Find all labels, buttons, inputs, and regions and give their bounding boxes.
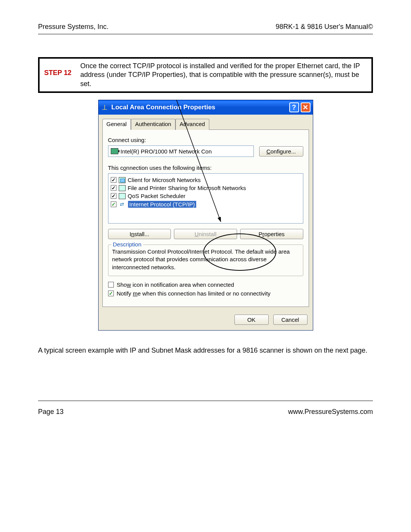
service-icon bbox=[119, 185, 126, 191]
items-label: This connection uses the following items… bbox=[108, 165, 303, 171]
step-box: STEP 12 Once the correct TCP/IP protocol… bbox=[38, 57, 373, 93]
adapter-field[interactable]: Intel(R) PRO/1000 MT Network Con bbox=[108, 145, 254, 157]
checkbox-icon[interactable] bbox=[111, 193, 116, 199]
list-item-label: QoS Packet Scheduler bbox=[128, 193, 186, 199]
show-icon-row[interactable]: Show icon in notification area when conn… bbox=[108, 281, 303, 288]
list-item-label: File and Printer Sharing for Microsoft N… bbox=[128, 185, 246, 191]
properties-button[interactable]: Properties bbox=[240, 229, 303, 239]
protocol-icon: ⇄ bbox=[119, 201, 126, 208]
install-button[interactable]: Install... bbox=[108, 229, 171, 239]
list-item[interactable]: File and Printer Sharing for Microsoft N… bbox=[110, 184, 301, 192]
tab-body-general: Connect using: Intel(R) PRO/1000 MT Netw… bbox=[102, 129, 309, 307]
client-icon bbox=[119, 177, 126, 183]
connection-properties-dialog: ⊥ Local Area Connection Properties ? ✕ G… bbox=[98, 100, 313, 331]
help-button[interactable]: ? bbox=[289, 102, 299, 112]
show-icon-label: Show icon in notification area when conn… bbox=[117, 281, 234, 288]
cancel-button[interactable]: Cancel bbox=[273, 315, 307, 325]
page-header: Pressure Systems, Inc. 98RK-1 & 9816 Use… bbox=[38, 23, 373, 34]
step-text: Once the correct TCP/IP protocol is inst… bbox=[80, 62, 367, 88]
tab-strip: General Authentication Advanced bbox=[99, 115, 313, 129]
list-item[interactable]: ⇄ Internet Protocol (TCP/IP) bbox=[110, 200, 301, 209]
list-item-label-selected: Internet Protocol (TCP/IP) bbox=[128, 201, 197, 208]
checkbox-icon[interactable] bbox=[108, 291, 114, 296]
header-right: 98RK-1 & 9816 User's Manual© bbox=[276, 23, 373, 31]
tab-authentication[interactable]: Authentication bbox=[131, 119, 175, 130]
notify-label: Notify me when this connection has limit… bbox=[117, 290, 271, 297]
description-legend: Description bbox=[112, 241, 143, 248]
description-fieldset: Description Transmission Control Protoco… bbox=[108, 244, 303, 276]
connect-using-label: Connect using: bbox=[108, 137, 303, 143]
nic-icon bbox=[111, 148, 118, 154]
footer-right: www.PressureSystems.com bbox=[288, 408, 373, 416]
service-icon bbox=[119, 193, 126, 199]
uninstall-button: Uninstall bbox=[174, 229, 237, 239]
list-item-label: Client for Microsoft Networks bbox=[128, 177, 201, 183]
list-item[interactable]: Client for Microsoft Networks bbox=[110, 176, 301, 184]
items-listbox[interactable]: Client for Microsoft Networks File and P… bbox=[108, 173, 303, 224]
dialog-footer: OK Cancel bbox=[99, 311, 313, 330]
checkbox-icon[interactable] bbox=[111, 185, 116, 191]
caption-text: A typical screen example with IP and Sub… bbox=[38, 346, 373, 355]
footer-left: Page 13 bbox=[38, 408, 64, 416]
checkbox-icon[interactable] bbox=[111, 201, 116, 207]
header-left: Pressure Systems, Inc. bbox=[38, 23, 108, 31]
page-footer: Page 13 www.PressureSystems.com bbox=[38, 401, 373, 416]
titlebar: ⊥ Local Area Connection Properties ? ✕ bbox=[99, 100, 313, 115]
tab-advanced[interactable]: Advanced bbox=[175, 119, 209, 130]
adapter-name: Intel(R) PRO/1000 MT Network Con bbox=[121, 148, 212, 155]
checkbox-icon[interactable] bbox=[111, 177, 116, 183]
checkbox-icon[interactable] bbox=[108, 282, 114, 288]
ok-button[interactable]: OK bbox=[234, 315, 269, 325]
connection-icon: ⊥ bbox=[101, 104, 108, 111]
notify-row[interactable]: Notify me when this connection has limit… bbox=[108, 290, 303, 297]
configure-button[interactable]: Configure... bbox=[259, 146, 303, 157]
description-text: Transmission Control Protocol/Internet P… bbox=[112, 248, 299, 271]
close-button[interactable]: ✕ bbox=[301, 102, 311, 112]
window-title: Local Area Connection Properties bbox=[112, 104, 289, 111]
step-label: STEP 12 bbox=[44, 62, 80, 88]
tab-general[interactable]: General bbox=[102, 119, 131, 130]
list-item[interactable]: QoS Packet Scheduler bbox=[110, 192, 301, 200]
